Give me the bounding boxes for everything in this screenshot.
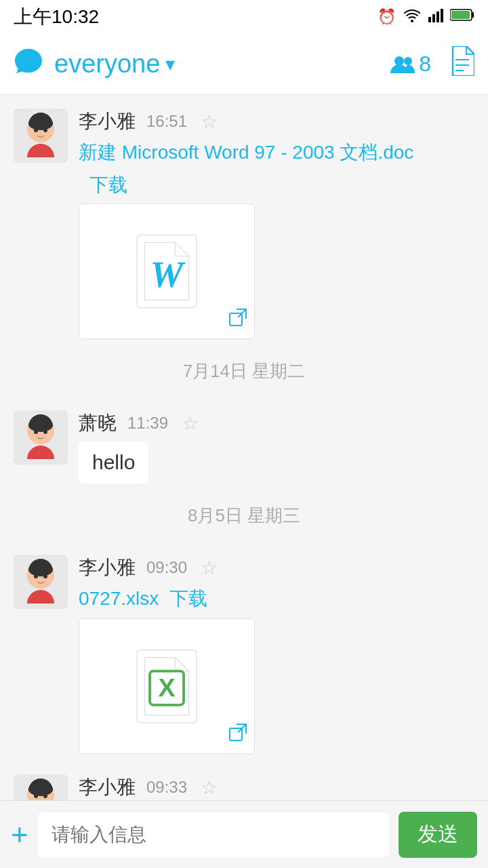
svg-point-16 xyxy=(43,128,47,132)
svg-point-23 xyxy=(28,418,53,432)
status-icons: ⏰ xyxy=(378,7,474,26)
member-count-label: 8 xyxy=(419,52,431,77)
svg-point-29 xyxy=(34,574,38,578)
svg-point-38 xyxy=(28,783,53,796)
members-count[interactable]: 8 xyxy=(390,52,431,77)
message-header: 李小雅 09:30 ☆ xyxy=(79,555,474,580)
download-link[interactable]: 下载 xyxy=(89,174,127,195)
file-links-row: 新建 Microsoft Word 97 - 2003 文档.doc xyxy=(79,140,474,165)
battery-icon xyxy=(450,8,474,26)
chat-icon xyxy=(14,47,43,81)
svg-rect-5 xyxy=(472,12,474,18)
message-time: 16:51 xyxy=(146,112,187,131)
file-links-row: 0727.xlsx 下载 xyxy=(79,586,474,612)
message-row: 李小雅 09:30 ☆ 0727.xlsx 下载 X xyxy=(0,541,488,761)
external-link-icon[interactable] xyxy=(228,308,247,332)
excel-file-card[interactable]: X xyxy=(79,618,255,754)
word-icon: W xyxy=(133,231,201,312)
file-link[interactable]: 新建 Microsoft Word 97 - 2003 文档.doc xyxy=(79,140,413,165)
chat-header: everyone ▾ 8 xyxy=(0,34,488,95)
header-title-container[interactable]: everyone ▾ xyxy=(54,50,175,79)
date-text: 7月14日 星期二 xyxy=(183,361,306,381)
message-row: 李小雅 16:51 ☆ 新建 Microsoft Word 97 - 2003 … xyxy=(0,95,488,346)
wifi-icon xyxy=(403,7,422,26)
svg-rect-2 xyxy=(436,12,439,22)
channel-name: everyone xyxy=(54,50,160,79)
date-divider: 7月14日 星期二 xyxy=(0,346,488,397)
header-actions: 8 xyxy=(390,46,474,82)
svg-point-14 xyxy=(28,117,53,130)
message-body: 李小雅 16:51 ☆ 新建 Microsoft Word 97 - 2003 … xyxy=(79,108,474,339)
signal-icon xyxy=(428,7,443,26)
download-link[interactable]: 下载 xyxy=(169,586,207,612)
message-header: 李小雅 16:51 ☆ xyxy=(79,108,474,134)
avatar xyxy=(14,410,68,465)
svg-rect-6 xyxy=(451,11,470,19)
message-time: 11:39 xyxy=(127,414,168,433)
send-button[interactable]: 发送 xyxy=(399,812,477,858)
svg-rect-3 xyxy=(441,9,443,22)
chevron-down-icon: ▾ xyxy=(165,53,175,75)
message-header: 萧晓 11:39 ☆ xyxy=(79,410,474,436)
input-bar: + 发送 xyxy=(0,800,488,868)
svg-point-39 xyxy=(34,794,38,798)
svg-point-28 xyxy=(28,563,53,576)
message-time: 09:33 xyxy=(146,778,187,797)
star-icon[interactable]: ☆ xyxy=(201,776,218,799)
sender-name: 李小雅 xyxy=(79,555,136,580)
clock-icon: ⏰ xyxy=(378,8,396,26)
sender-name: 李小雅 xyxy=(79,774,136,800)
status-time: 上午10:32 xyxy=(14,4,99,30)
svg-point-25 xyxy=(43,430,47,434)
svg-point-8 xyxy=(404,57,412,65)
svg-point-40 xyxy=(43,794,47,798)
star-icon[interactable]: ☆ xyxy=(201,111,218,133)
date-text: 8月5日 星期三 xyxy=(188,505,300,526)
external-link-icon[interactable] xyxy=(228,723,247,747)
svg-text:W: W xyxy=(150,254,186,295)
message-bubble: hello xyxy=(79,441,148,484)
message-input[interactable] xyxy=(38,812,389,857)
svg-point-15 xyxy=(34,128,38,132)
star-icon[interactable]: ☆ xyxy=(201,557,218,579)
message-body: 萧晓 11:39 ☆ hello xyxy=(79,410,474,484)
svg-rect-0 xyxy=(428,17,431,22)
sender-name: 李小雅 xyxy=(79,108,136,134)
add-button[interactable]: + xyxy=(11,818,28,852)
message-time: 09:30 xyxy=(146,558,187,577)
svg-point-24 xyxy=(34,430,38,434)
avatar xyxy=(14,555,68,609)
chat-area: 李小雅 16:51 ☆ 新建 Microsoft Word 97 - 2003 … xyxy=(0,95,488,868)
file-link[interactable]: 0727.xlsx xyxy=(79,588,159,610)
date-divider: 8月5日 星期三 xyxy=(0,490,488,541)
svg-text:X: X xyxy=(158,673,175,702)
avatar xyxy=(14,108,68,163)
message-row: 萧晓 11:39 ☆ hello xyxy=(0,397,488,490)
excel-icon: X xyxy=(133,646,201,727)
word-file-card[interactable]: W xyxy=(79,203,255,339)
document-icon[interactable] xyxy=(450,46,474,82)
status-bar: 上午10:32 ⏰ xyxy=(0,0,488,34)
svg-rect-1 xyxy=(432,14,435,22)
download-link-row: 下载 xyxy=(79,172,474,198)
star-icon[interactable]: ☆ xyxy=(182,412,199,435)
svg-point-30 xyxy=(43,574,47,578)
message-text: hello xyxy=(92,451,135,473)
message-header: 李小雅 09:33 ☆ xyxy=(79,774,474,800)
svg-point-7 xyxy=(394,56,404,66)
sender-name: 萧晓 xyxy=(79,410,117,436)
message-body: 李小雅 09:30 ☆ 0727.xlsx 下载 X xyxy=(79,555,474,754)
